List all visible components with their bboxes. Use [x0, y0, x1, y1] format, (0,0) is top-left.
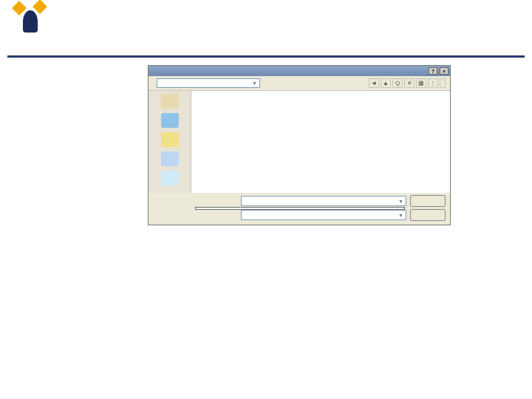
dialog-titlebar[interactable]: ? ×	[149, 66, 450, 76]
place-mycomputer[interactable]	[150, 151, 189, 168]
chevron-down-icon: ▼	[398, 213, 403, 218]
place-recent[interactable]	[150, 94, 189, 110]
back-icon[interactable]: ◄	[369, 78, 379, 88]
views-icon[interactable]: ⋮	[428, 78, 438, 88]
filename-input[interactable]: ▼	[241, 196, 406, 206]
title-rule	[7, 55, 525, 58]
savetype-dropdown[interactable]: ▼	[241, 210, 406, 220]
save-in-dropdown[interactable]: ▼	[157, 78, 260, 88]
up-icon[interactable]: ▲	[381, 78, 391, 88]
newfolder-icon[interactable]: ▦	[416, 78, 426, 88]
cancel-button[interactable]	[410, 209, 446, 221]
brand-logo	[4, 3, 56, 59]
close-icon[interactable]: ×	[440, 67, 449, 75]
delete-icon[interactable]: ✕	[404, 78, 415, 88]
places-bar	[149, 91, 191, 193]
file-list[interactable]	[191, 91, 450, 193]
search-icon[interactable]: Q	[392, 78, 403, 88]
place-desktop[interactable]	[150, 113, 189, 129]
chevron-down-icon: ▼	[252, 81, 257, 86]
chevron-down-icon: ▼	[398, 199, 403, 204]
save-as-dialog: ? × ▼ ◄ ▲ Q ✕ ▦ ⋮	[148, 65, 451, 225]
place-mydocs[interactable]	[150, 132, 189, 149]
savetype-options-list[interactable]	[195, 207, 405, 210]
save-button[interactable]	[410, 195, 446, 207]
help-icon[interactable]: ?	[429, 67, 437, 75]
place-mynetwork[interactable]	[150, 171, 189, 187]
tools-dropdown[interactable]	[440, 78, 446, 88]
